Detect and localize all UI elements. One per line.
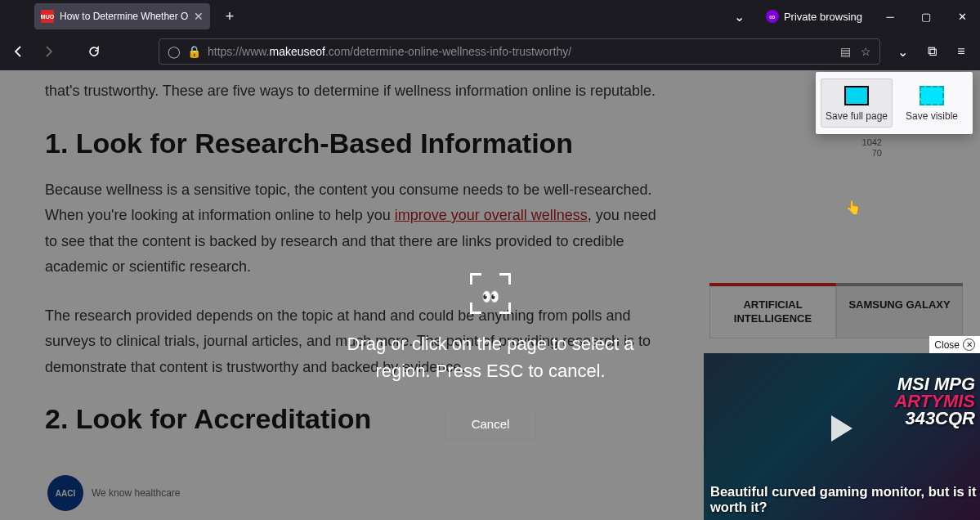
video-popup: Close✕ MSI MPGARTYMIS343CQR Beautiful cu… <box>704 353 980 520</box>
pocket-icon[interactable]: ⌄ <box>888 38 916 65</box>
full-page-icon <box>844 86 869 105</box>
reload-button[interactable] <box>80 38 108 65</box>
browser-tab[interactable]: MUO How to Determine Whether Onl ✕ <box>34 3 210 29</box>
bookmark-icon[interactable]: ☆ <box>861 45 871 58</box>
tabs-dropdown-icon[interactable]: ⌄ <box>723 9 756 25</box>
shield-icon[interactable]: ◯ <box>168 45 181 58</box>
cancel-button[interactable]: Cancel <box>445 409 537 439</box>
window-close-button[interactable]: ✕ <box>944 0 980 33</box>
save-visible-label: Save visible <box>906 110 958 122</box>
private-browsing-indicator: ∞ Private browsing <box>756 10 872 23</box>
url-text: https://www.makeuseof.com/determine-onli… <box>208 45 834 58</box>
video-caption: Beautiful curved gaming monitor, but is … <box>710 484 977 515</box>
tab-close-icon[interactable]: ✕ <box>194 10 204 23</box>
save-visible-button[interactable]: Save visible <box>896 78 968 128</box>
video-close-button[interactable]: Close✕ <box>929 336 980 353</box>
url-bar[interactable]: ◯ 🔒 https://www.makeuseof.com/determine-… <box>159 38 880 65</box>
page-content: that's trustworthy. These are five ways … <box>0 70 980 520</box>
selection-dimensions: 104270 <box>862 137 882 159</box>
reader-icon[interactable]: ▤ <box>840 45 851 58</box>
private-label: Private browsing <box>784 11 862 23</box>
window-maximize-button[interactable]: ▢ <box>908 0 944 33</box>
lock-icon[interactable]: 🔒 <box>187 45 201 58</box>
close-icon: ✕ <box>963 338 975 351</box>
crop-icon: 👀 <box>470 273 511 314</box>
tab-favicon: MUO <box>41 10 54 23</box>
save-full-label: Save full page <box>826 110 888 122</box>
video-title: MSI MPGARTYMIS343CQR <box>894 376 975 428</box>
extensions-icon[interactable]: ⧉ <box>918 38 946 65</box>
forward-button[interactable] <box>34 38 62 65</box>
title-bar: MUO How to Determine Whether Onl ✕ + ⌄ ∞… <box>0 0 980 33</box>
screenshot-instruction: Drag or click on the page to select a re… <box>331 330 650 384</box>
menu-icon[interactable]: ≡ <box>947 38 975 65</box>
window-minimize-button[interactable]: ─ <box>872 0 908 33</box>
screenshot-prompt: 👀 Drag or click on the page to select a … <box>331 273 650 439</box>
mask-icon: ∞ <box>766 10 779 23</box>
screenshot-panel: Save full page Save visible <box>816 72 973 134</box>
nav-toolbar: ◯ 🔒 https://www.makeuseof.com/determine-… <box>0 33 980 70</box>
visible-icon <box>920 86 944 105</box>
tab-title: How to Determine Whether Onl <box>60 11 188 22</box>
play-icon[interactable] <box>831 415 852 442</box>
save-full-page-button[interactable]: Save full page <box>821 78 893 128</box>
new-tab-button[interactable]: + <box>218 5 241 28</box>
back-button[interactable] <box>5 38 33 65</box>
